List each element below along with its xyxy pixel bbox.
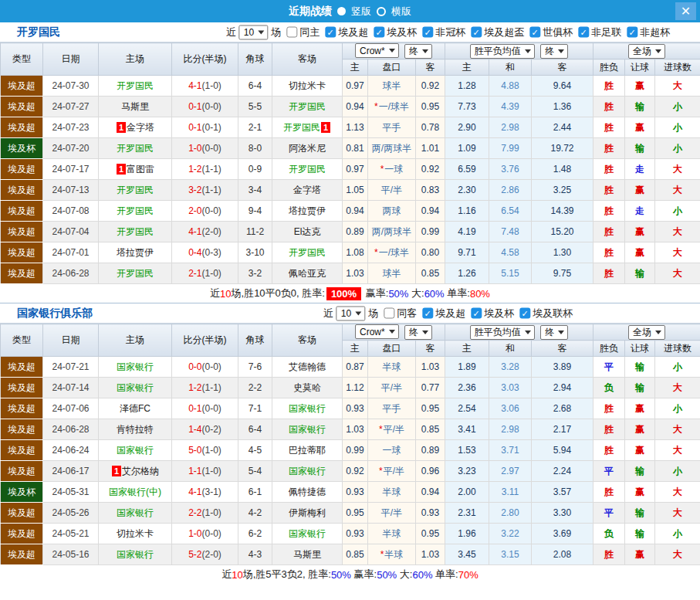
home-cell: 开罗国民 [99,263,172,284]
away-odds-cell: 0.94 [416,482,445,503]
col-corner: 角球 [238,43,272,76]
half-score-text: (0-2) [202,424,221,435]
away-odds-cell: 0.83 [416,180,445,201]
close-button[interactable]: ✕ [675,2,696,20]
league-checkbox[interactable]: ✓ [422,27,433,38]
fullmatch-select[interactable]: 全场 [628,44,665,59]
corner-cell: 3-10 [238,242,272,263]
handicap-text: 一球 [384,164,403,175]
away-cell: 金字塔 [272,180,343,201]
summary-segment: 60% [412,569,432,581]
handicap-cell: 两/两球半 [368,138,416,159]
handicap-text: 一/球半 [379,247,409,258]
league-checkbox[interactable]: ✓ [471,27,482,38]
corner-cell: 3-2 [238,263,272,284]
result-cell: 平 [593,461,625,482]
league-checkbox[interactable]: ✓ [627,27,637,38]
col-score: 比分(半场) [172,43,238,76]
col-handicap: 盘口 [368,59,416,76]
avg-away-cell: 2.94 [532,378,593,398]
summary-segment: 场,胜10平0负0, 胜率: [232,286,325,300]
summary-segment: 大: [397,568,412,581]
score-cell: 0-1(0-0) [172,97,238,117]
avg-home-cell: 1.28 [445,76,489,97]
league-checkbox[interactable]: ✓ [471,308,482,319]
league-checkbox[interactable]: ✓ [529,27,540,38]
same-venue-checkbox[interactable] [286,27,297,38]
handicap-result-cell: 走 [625,201,655,222]
league-label: 埃及杯 [387,25,417,39]
same-venue-checkbox[interactable] [384,308,394,319]
league-label: 非超杯 [640,25,670,39]
type-cell: 埃及超 [1,222,43,242]
half-score-text: (1-1) [202,185,221,195]
type-cell: 埃及超 [1,357,43,378]
league-checkbox[interactable]: ✓ [422,308,433,319]
half-score-text: (1-1) [202,164,221,175]
bookmaker-final-select[interactable]: 终 [404,44,432,59]
avg-select[interactable]: 胜平负均值 [470,44,535,59]
recent-label: 近 [226,25,236,39]
bookmaker-select[interactable]: Crow* [355,324,399,339]
summary-segment: 50% [377,569,397,581]
away-team-name: 切拉米卡 [289,80,326,91]
home-team-name: 金字塔 [127,122,154,133]
col-avg-away: 客 [532,59,593,76]
bookmaker-select[interactable]: Crow* [355,43,399,58]
away-cell: 国家银行 [272,524,343,544]
chevron-down-icon [422,49,428,53]
avg-home-cell: 1.26 [445,263,489,284]
home-team-name: 富图雷 [127,164,154,175]
date-cell: 24-07-14 [43,378,99,398]
avg-away-cell: 1.30 [532,242,593,263]
league-checkbox[interactable]: ✓ [374,27,384,38]
avg-draw-cell: 2.98 [489,419,532,440]
avg-home-cell: 1.96 [445,524,489,544]
chevron-down-icon [558,331,564,334]
score-text: 1-0 [188,528,201,539]
handicap-result-cell: 输 [625,357,655,378]
corner-cell: 2-1 [238,117,272,138]
fullmatch-select[interactable]: 全场 [628,325,665,340]
league-checkbox[interactable]: ✓ [578,27,589,38]
half-score-text: (1-0) [202,268,221,279]
league-checkbox[interactable]: ✓ [519,308,530,319]
league-checkbox[interactable]: ✓ [325,27,336,38]
away-team-name: 国家银行 [289,528,326,539]
vertical-layout-radio[interactable] [337,7,346,15]
summary-segment: 70% [458,569,479,581]
horizontal-layout-radio[interactable] [377,7,386,16]
avg-final-select[interactable]: 终 [540,325,568,340]
match-row: 埃及超24-06-28肯特拉特1-4(0-2)6-4国家银行1.03*平/半0.… [1,419,700,440]
rounds-select[interactable]: 10 [239,25,268,39]
avg-home-cell: 2.90 [445,117,489,138]
half-score-text: (1-0) [202,507,221,518]
result-cell: 胜 [593,222,625,242]
type-cell: 埃及超 [1,201,43,222]
score-cell: 0-1(0-0) [172,398,238,419]
horizontal-layout-label[interactable]: 横版 [391,5,411,19]
avg-final-select[interactable]: 终 [540,44,568,59]
avg-select[interactable]: 胜平负均值 [470,325,535,340]
team-1-table: 类型 日期 主场 比分(半场) 角球 客场 Crow* 终 胜平负均值 终 [0,42,700,284]
vertical-layout-label[interactable]: 竖版 [351,5,371,19]
date-cell: 24-06-28 [43,419,99,440]
half-score-text: (1-0) [202,466,221,476]
summary-segment: 10 [232,569,242,581]
date-cell: 24-07-13 [43,180,99,201]
col-type: 类型 [1,324,43,357]
score-cell: 1-2(1-1) [172,159,238,180]
score-text: 5-0 [188,445,201,456]
avg-final-value: 终 [545,45,554,58]
home-odds-cell: 1.12 [343,378,368,398]
home-team-name: 国家银行 [117,361,154,372]
handicap-result-cell: 赢 [625,242,655,263]
match-row: 埃及超24-07-231金字塔0-1(0-1)2-1开罗国民11.13平手0.7… [1,117,700,138]
away-cell: 开罗国民1 [272,117,343,138]
bookmaker-final-select[interactable]: 终 [404,325,432,340]
rounds-select[interactable]: 10 [336,306,365,320]
result-cell: 负 [593,378,625,398]
away-odds-cell: 0.94 [416,201,445,222]
avg-home-cell: 1.09 [445,138,489,159]
home-team-name: 国家银行(中) [109,486,161,497]
